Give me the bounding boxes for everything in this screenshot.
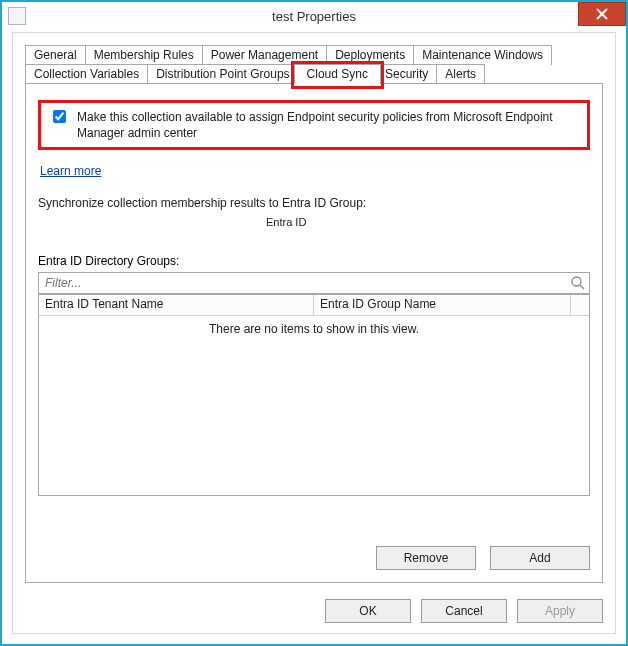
add-button[interactable]: Add [490, 546, 590, 570]
tab-panel-cloud-sync: Make this collection available to assign… [25, 83, 603, 583]
col-spacer [571, 295, 589, 315]
endpoint-security-label: Make this collection available to assign… [77, 109, 579, 141]
filter-input[interactable] [38, 272, 590, 294]
table-empty-message: There are no items to show in this view. [39, 316, 589, 336]
tab-cloud-sync[interactable]: Cloud Sync [294, 64, 381, 84]
sync-membership-label: Synchronize collection membership result… [38, 196, 590, 210]
tab-maintenance-windows[interactable]: Maintenance Windows [413, 45, 552, 65]
tab-distribution-point-groups[interactable]: Distribution Point Groups [147, 64, 294, 84]
directory-groups-label: Entra ID Directory Groups: [38, 254, 590, 268]
remove-button[interactable]: Remove [376, 546, 476, 570]
table-header: Entra ID Tenant Name Entra ID Group Name [39, 295, 589, 316]
dialog-button-row: OK Cancel Apply [325, 599, 603, 623]
col-tenant-name[interactable]: Entra ID Tenant Name [39, 295, 314, 315]
window-frame: test Properties General Membership Rules… [0, 0, 628, 646]
col-group-name[interactable]: Entra ID Group Name [314, 295, 571, 315]
table-button-row: Remove Add [376, 546, 590, 570]
filter-wrap [38, 272, 590, 294]
system-icon [8, 7, 26, 25]
dialog-body: General Membership Rules Power Managemen… [12, 32, 616, 634]
apply-button[interactable]: Apply [517, 599, 603, 623]
entra-id-small-label: Entra ID [266, 216, 306, 228]
tab-security[interactable]: Security [380, 64, 437, 84]
tab-alerts[interactable]: Alerts [436, 64, 485, 84]
endpoint-security-checkbox[interactable] [53, 110, 66, 123]
close-icon [596, 8, 608, 20]
tab-general[interactable]: General [25, 45, 86, 65]
tab-collection-variables[interactable]: Collection Variables [25, 64, 148, 84]
tab-membership-rules[interactable]: Membership Rules [85, 45, 203, 65]
groups-table[interactable]: Entra ID Tenant Name Entra ID Group Name… [38, 294, 590, 496]
titlebar: test Properties [2, 2, 626, 30]
window-title: test Properties [2, 9, 626, 24]
endpoint-security-highlight: Make this collection available to assign… [38, 100, 590, 150]
close-button[interactable] [578, 2, 626, 26]
cancel-button[interactable]: Cancel [421, 599, 507, 623]
learn-more-link[interactable]: Learn more [40, 164, 101, 178]
tab-strip: General Membership Rules Power Managemen… [25, 45, 603, 583]
ok-button[interactable]: OK [325, 599, 411, 623]
